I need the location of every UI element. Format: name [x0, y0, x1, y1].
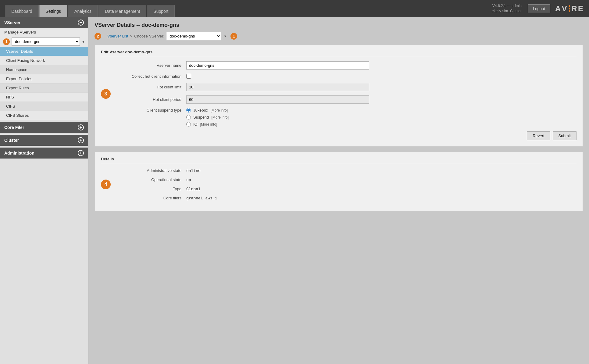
- details-type-label: Type: [113, 187, 186, 191]
- tab-analytics[interactable]: Analytics: [68, 5, 98, 17]
- details-content-wrapper: 4 Administrative state online Operationa…: [101, 168, 577, 201]
- details-admin-state-row: Administrative state online: [113, 168, 577, 173]
- administration-section-header[interactable]: Administration +: [0, 148, 88, 159]
- details-admin-state-value: online: [186, 169, 201, 173]
- vserver-section-collapse-icon[interactable]: −: [78, 20, 84, 26]
- sidebar-item-client-facing-network[interactable]: Client Facing Network: [0, 56, 88, 65]
- radio-suspend-more-info[interactable]: [More info]: [211, 115, 229, 120]
- page-title: VServer Details -- doc-demo-gns: [95, 22, 583, 28]
- core-filer-expand-icon[interactable]: +: [78, 124, 84, 130]
- cluster-expand-icon[interactable]: +: [78, 137, 84, 143]
- radio-suspend-label: Suspend: [193, 115, 209, 120]
- client-suspend-radio-group: Jukebox [More info] Suspend [More info] …: [186, 108, 229, 127]
- administration-expand-icon[interactable]: +: [78, 150, 84, 156]
- radio-jukebox[interactable]: [186, 108, 191, 112]
- nav-tabs: Dashboard Settings Analytics Data Manage…: [5, 0, 175, 17]
- revert-button[interactable]: Revert: [527, 131, 550, 140]
- cluster-section-header[interactable]: Cluster +: [0, 135, 88, 146]
- sidebar-item-vserver-details[interactable]: Vserver Details: [0, 47, 88, 56]
- tab-settings[interactable]: Settings: [39, 5, 68, 17]
- vserver-dropdown[interactable]: doc-demo-gns: [12, 37, 80, 46]
- sidebar-item-cifs[interactable]: CIFS: [0, 102, 88, 111]
- radio-io-label: IO: [193, 122, 198, 127]
- hot-client-period-row: Hot client period: [113, 95, 577, 104]
- client-suspend-row: Client suspend type Jukebox [More info] …: [113, 108, 577, 127]
- hot-client-period-input[interactable]: [186, 95, 369, 104]
- sidebar-item-export-rules[interactable]: Export Rules: [0, 84, 88, 93]
- breadcrumb-separator: >: [130, 34, 133, 38]
- vserver-section-header[interactable]: VServer −: [0, 17, 88, 28]
- avere-logo: A V R E: [555, 4, 584, 13]
- radio-jukebox-label: Jukebox: [193, 108, 208, 112]
- details-core-filers-row: Core filers grapnel aws_1: [113, 196, 577, 201]
- vserver-section-label: VServer: [4, 20, 20, 25]
- radio-io-more-info[interactable]: [More info]: [200, 122, 217, 127]
- breadcrumb-row: 2 Vserver List > Choose VServer: doc-dem…: [95, 32, 583, 40]
- radio-jukebox-row: Jukebox [More info]: [186, 108, 229, 112]
- details-panel: Details 4 Administrative state online Op…: [95, 152, 583, 211]
- core-filer-section-label: Core Filer: [4, 125, 24, 130]
- radio-io[interactable]: [186, 122, 191, 127]
- step-badge-4: 4: [101, 180, 111, 189]
- administration-section-label: Administration: [4, 151, 34, 155]
- details-operational-state-value: up: [186, 178, 191, 182]
- details-type-value: Global: [186, 187, 201, 191]
- vserver-name-input[interactable]: [186, 61, 369, 70]
- details-core-filers-label: Core filers: [113, 196, 186, 200]
- details-operational-state-label: Operational state: [113, 177, 186, 182]
- core-filer-section-header[interactable]: Core Filer +: [0, 122, 88, 133]
- vserver-name-row: Vserver name: [113, 61, 577, 70]
- edit-form-wrapper: 3 Vserver name Collect hot client inform…: [101, 61, 577, 127]
- tab-support[interactable]: Support: [147, 5, 175, 17]
- tab-data-management[interactable]: Data Management: [98, 5, 146, 17]
- breadcrumb-choose-label: Choose VServer:: [134, 34, 164, 38]
- edit-form: Vserver name Collect hot client informat…: [113, 61, 577, 127]
- cluster-section-label: Cluster: [4, 138, 19, 143]
- hot-client-period-label: Hot client period: [113, 97, 186, 102]
- vserver-name-label: Vserver name: [113, 63, 186, 68]
- radio-io-row: IO [More info]: [186, 122, 229, 127]
- radio-suspend-row: Suspend [More info]: [186, 115, 229, 120]
- logout-button[interactable]: Logout: [528, 4, 550, 13]
- details-core-filers-value: grapnel aws_1: [186, 196, 217, 201]
- collect-hot-checkbox[interactable]: [186, 74, 191, 79]
- details-panel-title: Details: [101, 157, 577, 164]
- topbar: Dashboard Settings Analytics Data Manage…: [0, 0, 589, 17]
- sidebar-item-cifs-shares[interactable]: CIFS Shares: [0, 111, 88, 120]
- content-area: VServer Details -- doc-demo-gns 2 Vserve…: [88, 17, 589, 364]
- tab-dashboard[interactable]: Dashboard: [5, 5, 39, 17]
- hot-client-limit-row: Hot client limit: [113, 83, 577, 91]
- hot-client-limit-label: Hot client limit: [113, 85, 186, 89]
- sidebar: VServer − Manage VServers 1 doc-demo-gns…: [0, 17, 88, 364]
- radio-suspend[interactable]: [186, 115, 191, 120]
- edit-panel-buttons: Revert Submit: [101, 131, 577, 140]
- main-layout: VServer − Manage VServers 1 doc-demo-gns…: [0, 17, 589, 364]
- vserver-dropdown-row: 1 doc-demo-gns ▼: [0, 36, 88, 47]
- step-badge-1-sidebar: 1: [3, 38, 10, 45]
- step-badge-1-breadcrumb: 1: [230, 33, 237, 40]
- details-operational-state-row: Operational state up: [113, 177, 577, 182]
- vserver-list-link[interactable]: Vserver List: [107, 34, 128, 38]
- submit-button[interactable]: Submit: [553, 131, 577, 140]
- version-info: V4.6.2.1 --- admin ekelly-sim_Cluster: [492, 3, 522, 14]
- radio-jukebox-more-info[interactable]: [More info]: [210, 108, 228, 112]
- hot-client-limit-input[interactable]: [186, 83, 369, 91]
- sidebar-item-nfs[interactable]: NFS: [0, 93, 88, 102]
- collect-hot-label: Collect hot client information: [113, 74, 186, 79]
- vserver-breadcrumb-select[interactable]: doc-demo-gns: [166, 32, 221, 40]
- edit-panel-title: Edit Vserver doc-demo-gns: [101, 50, 577, 57]
- details-admin-state-label: Administrative state: [113, 168, 186, 173]
- manage-vservers-label[interactable]: Manage VServers: [0, 28, 88, 36]
- edit-panel: Edit Vserver doc-demo-gns 3 Vserver name…: [95, 45, 583, 147]
- sidebar-item-namespace[interactable]: Namespace: [0, 65, 88, 74]
- step-badge-3: 3: [101, 89, 111, 99]
- details-fields: Administrative state online Operational …: [113, 168, 577, 201]
- collect-hot-row: Collect hot client information: [113, 74, 577, 79]
- client-suspend-label: Client suspend type: [113, 108, 186, 112]
- details-type-row: Type Global: [113, 187, 577, 191]
- step-badge-2-breadcrumb: 2: [95, 33, 101, 40]
- dropdown-arrow: ▼: [82, 40, 85, 44]
- breadcrumb-dropdown-arrow: ▼: [223, 34, 227, 38]
- sidebar-item-export-policies[interactable]: Export Policies: [0, 74, 88, 84]
